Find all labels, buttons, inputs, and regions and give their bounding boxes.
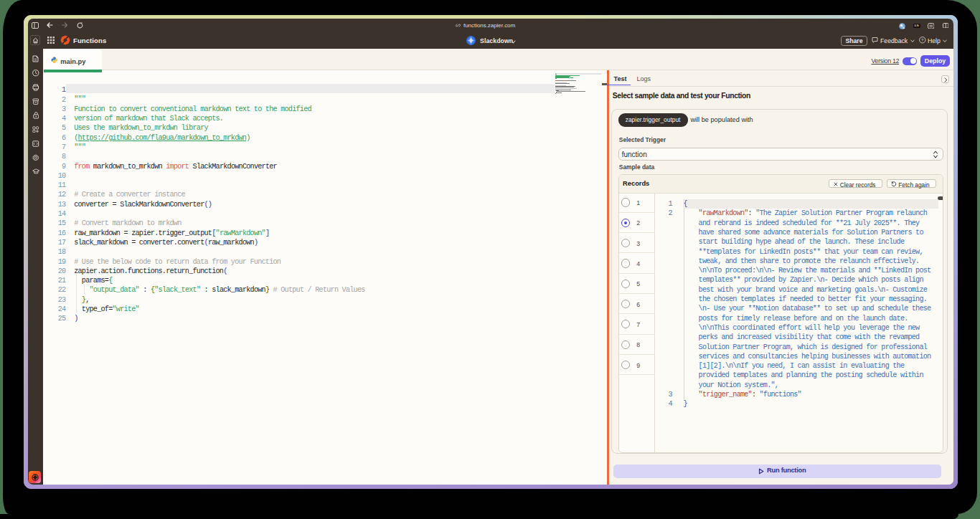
svg-text:?: ?: [921, 38, 924, 42]
